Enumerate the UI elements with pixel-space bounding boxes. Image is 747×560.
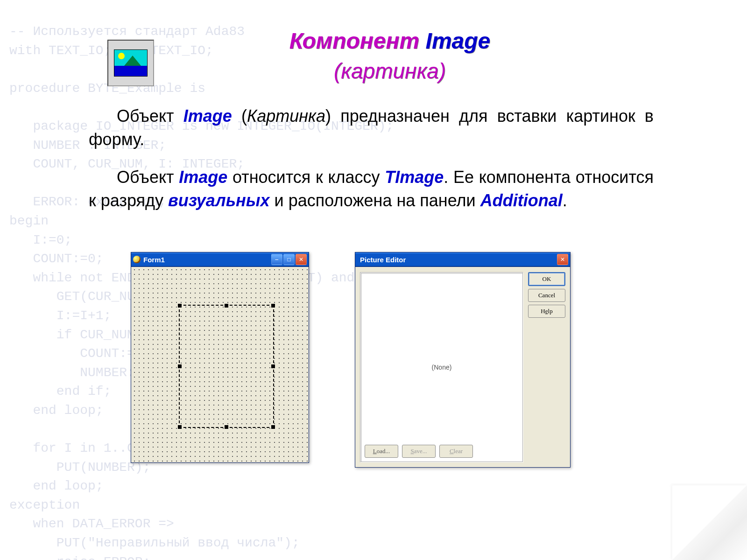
resize-handle-sw[interactable]: [178, 425, 182, 429]
resize-handle-e[interactable]: [271, 364, 275, 368]
ok-button[interactable]: OK: [528, 272, 565, 286]
clear-button[interactable]: Clear: [439, 445, 473, 458]
paragraph-2: Объект Image относится к классу TImage. …: [89, 166, 654, 213]
resize-handle-se[interactable]: [271, 425, 275, 429]
delphi-app-icon: [133, 256, 141, 263]
image-component-selection[interactable]: [179, 305, 274, 428]
picture-editor-dialog: Picture Editor ✕ (None) Load... Save... …: [355, 252, 571, 468]
form1-title: Form1: [143, 256, 271, 264]
form1-titlebar[interactable]: Form1 ‒ □ ✕: [131, 252, 309, 267]
save-button[interactable]: Save...: [402, 445, 436, 458]
slide-subtitle: (картинка): [89, 58, 691, 84]
resize-handle-n[interactable]: [225, 304, 228, 308]
close-button[interactable]: ✕: [296, 254, 307, 265]
resize-handle-ne[interactable]: [271, 304, 275, 308]
form-designer-surface[interactable]: [132, 267, 308, 462]
paragraph-1: Объект Image (Картинка) предназначен для…: [89, 105, 654, 152]
picture-editor-title: Picture Editor: [360, 256, 557, 264]
slide-title: Компонент Image: [89, 28, 691, 54]
resize-handle-w[interactable]: [178, 364, 182, 368]
form1-window: Form1 ‒ □ ✕: [131, 252, 309, 463]
cancel-button[interactable]: Cancel: [528, 289, 565, 302]
load-button[interactable]: Load...: [365, 445, 398, 458]
maximize-button[interactable]: □: [283, 254, 295, 265]
help-button[interactable]: Help: [528, 305, 565, 318]
minimize-button[interactable]: ‒: [271, 254, 282, 265]
close-button[interactable]: ✕: [557, 254, 568, 265]
resize-handle-s[interactable]: [225, 425, 228, 429]
page-corner-fold: [672, 485, 747, 560]
picture-editor-titlebar[interactable]: Picture Editor ✕: [355, 252, 570, 267]
preview-placeholder: (None): [432, 364, 452, 371]
resize-handle-nw[interactable]: [178, 304, 182, 308]
picture-preview: (None) Load... Save... Clear: [360, 272, 523, 462]
image-component-icon: [107, 40, 154, 86]
